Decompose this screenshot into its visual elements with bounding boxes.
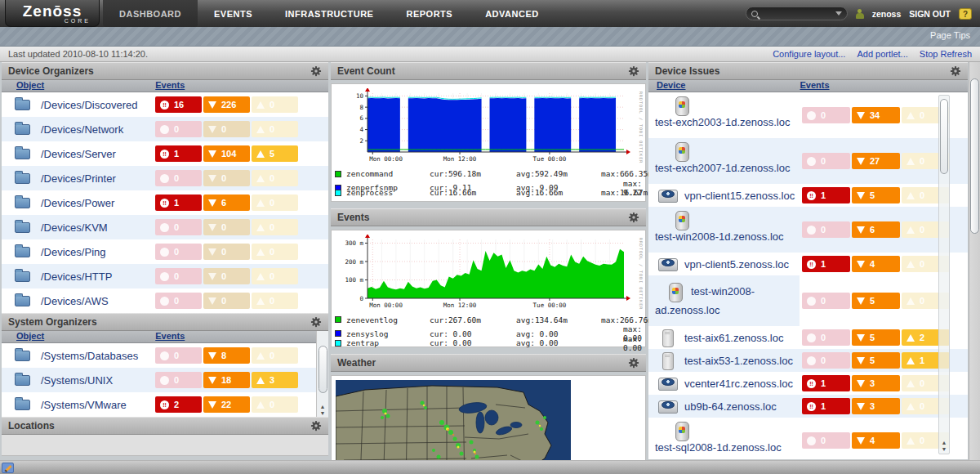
- scrollbar-arrows[interactable]: ▲▼: [317, 404, 328, 417]
- device-row[interactable]: test-exch2007-1d.zenoss.loc 0 27 0: [648, 138, 968, 184]
- error-badge[interactable]: 6: [203, 195, 250, 211]
- warning-badge[interactable]: 0: [252, 293, 298, 309]
- warning-badge[interactable]: 0: [252, 347, 298, 364]
- chevron-down-icon[interactable]: [835, 11, 842, 16]
- critical-badge[interactable]: 16: [155, 96, 202, 113]
- warning-badge[interactable]: 0: [252, 244, 298, 260]
- warning-badge[interactable]: 0: [252, 121, 298, 137]
- column-object[interactable]: Object: [16, 331, 44, 342]
- scrollbar-thumb[interactable]: [940, 99, 948, 174]
- warning-badge[interactable]: 3: [252, 372, 298, 388]
- portlet-scrollbar[interactable]: ▲▼: [938, 95, 950, 454]
- window-scrollbar[interactable]: ▲▼: [969, 62, 980, 474]
- critical-badge[interactable]: 0: [155, 293, 202, 309]
- critical-badge[interactable]: 1: [802, 256, 850, 272]
- organizer-row[interactable]: /Devices/Printer 0 0 0: [2, 166, 328, 190]
- warning-badge[interactable]: 0: [252, 170, 298, 186]
- device-row[interactable]: vpn-client5.zenoss.loc 1 4 0: [648, 253, 968, 275]
- critical-badge[interactable]: 0: [802, 329, 850, 346]
- device-row[interactable]: test-aix61.zenoss.loc 0 5 2: [648, 326, 968, 349]
- error-badge[interactable]: 5: [852, 187, 900, 203]
- error-badge[interactable]: 3: [852, 375, 900, 391]
- warning-badge[interactable]: 5: [252, 145, 298, 162]
- critical-badge[interactable]: 0: [155, 372, 202, 388]
- nav-tab[interactable]: DASHBOARD: [103, 0, 198, 27]
- nav-tab[interactable]: INFRASTRUCTURE: [269, 0, 390, 27]
- organizer-row[interactable]: /Devices/Discovered 16 226 0: [2, 92, 328, 117]
- device-row[interactable]: vpn-client15.zenoss.loc 1 5 0: [648, 184, 968, 207]
- critical-badge[interactable]: 0: [802, 107, 850, 123]
- gear-icon[interactable]: [310, 316, 322, 328]
- device-row[interactable]: ub9b-64.zenoss.loc 1 3 0: [648, 395, 968, 418]
- device-row[interactable]: vcenter41rc.zenoss.loc 1 3 0: [648, 372, 968, 395]
- critical-badge[interactable]: 0: [155, 347, 202, 364]
- device-row[interactable]: test-exch2003-1d.zenoss.loc 0 34 0: [648, 92, 968, 138]
- error-badge[interactable]: 3: [852, 398, 900, 414]
- device-row[interactable]: test-win2008-1d.zenoss.loc 0 6 0: [648, 207, 968, 253]
- error-badge[interactable]: 0: [203, 219, 250, 235]
- warning-badge[interactable]: 0: [252, 195, 298, 211]
- nav-tab[interactable]: REPORTS: [390, 0, 469, 27]
- error-badge[interactable]: 5: [852, 329, 900, 346]
- organizer-row[interactable]: /Devices/AWS 0 0 0: [2, 288, 328, 313]
- gear-icon[interactable]: [628, 212, 639, 223]
- error-badge[interactable]: 0: [203, 244, 250, 260]
- column-events[interactable]: Events: [800, 80, 829, 92]
- layout-link[interactable]: Stop Refresh: [920, 49, 972, 59]
- critical-badge[interactable]: 0: [155, 121, 202, 137]
- error-badge[interactable]: 0: [203, 268, 250, 284]
- critical-badge[interactable]: 2: [155, 396, 202, 413]
- critical-badge[interactable]: 0: [155, 219, 202, 235]
- organizer-row[interactable]: /Devices/Power 1 6 0: [2, 190, 328, 215]
- error-badge[interactable]: 6: [852, 221, 900, 238]
- error-badge[interactable]: 4: [852, 256, 900, 272]
- gear-icon[interactable]: [628, 65, 639, 77]
- column-events[interactable]: Events: [155, 80, 185, 92]
- search-box[interactable]: [746, 7, 848, 20]
- help-button[interactable]: ?: [959, 8, 972, 20]
- error-badge[interactable]: 22: [203, 396, 250, 413]
- organizer-row[interactable]: /Devices/KVM 0 0 0: [2, 215, 328, 239]
- error-badge[interactable]: 5: [852, 352, 900, 369]
- portlet-scrollbar[interactable]: ▲▼: [316, 331, 328, 417]
- sign-out-link[interactable]: SIGN OUT: [909, 9, 951, 19]
- critical-badge[interactable]: 0: [802, 153, 850, 169]
- critical-badge[interactable]: 1: [802, 398, 850, 414]
- scrollbar-arrows[interactable]: ▲▼: [939, 440, 949, 453]
- critical-badge[interactable]: 1: [155, 145, 202, 162]
- error-badge[interactable]: 0: [203, 170, 250, 186]
- critical-badge[interactable]: 1: [802, 375, 850, 391]
- scrollbar-thumb[interactable]: [318, 346, 327, 393]
- error-badge[interactable]: 104: [203, 145, 250, 162]
- gear-icon[interactable]: [310, 420, 322, 432]
- nav-tab[interactable]: ADVANCED: [469, 0, 555, 27]
- page-tips-link[interactable]: Page Tips: [930, 30, 970, 40]
- organizer-row[interactable]: /Systems/Databases 0 8 0: [2, 343, 328, 368]
- device-row[interactable]: test-sql2008-1d.zenoss.loc 0 4 0: [648, 418, 968, 459]
- layout-link[interactable]: Configure layout...: [773, 49, 845, 59]
- critical-badge[interactable]: 0: [155, 170, 202, 186]
- organizer-row[interactable]: /Devices/Server 1 104 5: [2, 141, 328, 166]
- warning-badge[interactable]: 0: [252, 268, 298, 284]
- gear-icon[interactable]: [950, 65, 961, 77]
- gear-icon[interactable]: [628, 357, 639, 369]
- critical-badge[interactable]: 1: [802, 187, 850, 203]
- column-device[interactable]: Device: [657, 80, 685, 92]
- device-row[interactable]: test-win2008-ad.zenoss.loc 0 5 0: [648, 275, 800, 326]
- organizer-row[interactable]: /Devices/Network 0 0 0: [2, 117, 328, 141]
- critical-badge[interactable]: 0: [802, 352, 850, 369]
- organizer-row[interactable]: /Devices/Ping 0 0 0: [2, 239, 328, 264]
- edit-pencil-icon[interactable]: [2, 463, 14, 473]
- organizer-row[interactable]: /Systems/VMware 2 22 0: [2, 392, 328, 417]
- error-badge[interactable]: 5: [852, 293, 900, 309]
- error-badge[interactable]: 18: [203, 372, 250, 388]
- column-object[interactable]: Object: [16, 80, 44, 92]
- zenoss-logo[interactable]: Zenōss CORE: [5, 0, 100, 27]
- critical-badge[interactable]: 0: [155, 244, 202, 260]
- error-badge[interactable]: 34: [852, 107, 900, 123]
- error-badge[interactable]: 27: [852, 153, 900, 169]
- critical-badge[interactable]: 1: [155, 195, 202, 211]
- warning-badge[interactable]: 0: [252, 96, 298, 113]
- critical-badge[interactable]: 0: [802, 432, 850, 449]
- error-badge[interactable]: 0: [203, 293, 250, 309]
